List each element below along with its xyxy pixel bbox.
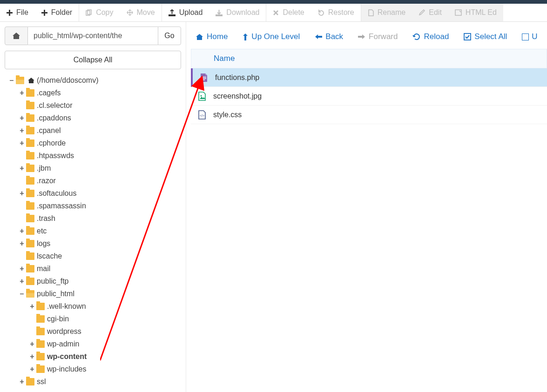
restore-label: Restore <box>328 8 354 17</box>
up-one-level-button[interactable]: Up One Level <box>243 32 300 41</box>
tree-item[interactable]: .htpasswds <box>5 149 181 162</box>
svg-rect-6 <box>202 80 205 80</box>
folder-icon <box>26 252 34 260</box>
rename-label: Rename <box>378 8 405 17</box>
file-row[interactable]: functions.php <box>191 68 547 87</box>
expander-icon[interactable]: + <box>19 265 25 272</box>
tree-item[interactable]: –public_html <box>5 287 181 300</box>
expander-icon[interactable] <box>19 177 25 185</box>
move-label: Move <box>137 8 155 17</box>
tree-item-label: .softaculous <box>37 189 76 198</box>
htmleditor-button[interactable]: HTML Ed <box>448 4 503 21</box>
tree-item-label: etc <box>37 227 47 235</box>
edit-button[interactable]: Edit <box>412 4 448 21</box>
expander-icon[interactable]: + <box>19 227 25 235</box>
expander-icon[interactable] <box>19 152 25 159</box>
tree-item[interactable]: +.cpanel <box>5 124 181 137</box>
expander-icon[interactable]: – <box>19 290 25 298</box>
delete-button[interactable]: Delete <box>266 4 311 21</box>
tree-item-label: .cphorde <box>37 139 66 147</box>
file-row[interactable]: screenshot.jpg <box>191 87 547 106</box>
expander-icon[interactable]: + <box>19 240 25 247</box>
column-name-header[interactable]: Name <box>214 54 235 63</box>
expander-icon[interactable]: + <box>19 89 25 97</box>
htmleditor-label: HTML Ed <box>466 8 497 17</box>
expander-icon[interactable] <box>19 252 25 260</box>
tree-item[interactable]: +.jbm <box>5 162 181 174</box>
sidebar: Go Collapse All –(/home/ddoscomv)+.cagef… <box>0 22 186 392</box>
expander-icon[interactable]: + <box>19 127 25 134</box>
tree-item[interactable]: +wp-content <box>5 350 181 363</box>
home-button[interactable]: Home <box>196 32 228 41</box>
tree-item[interactable]: +public_ftp <box>5 275 181 287</box>
expander-icon[interactable]: + <box>29 353 35 360</box>
move-button[interactable]: Move <box>120 4 162 21</box>
tree-item[interactable]: +.well-known <box>5 300 181 312</box>
new-folder-label: Folder <box>51 8 72 17</box>
expander-icon[interactable]: + <box>19 140 25 147</box>
download-button[interactable]: Download <box>209 4 266 21</box>
new-folder-button[interactable]: Folder <box>35 4 79 21</box>
tree-item[interactable]: +.cpaddons <box>5 112 181 124</box>
copy-button[interactable]: Copy <box>79 4 120 21</box>
expander-icon[interactable] <box>19 202 25 210</box>
folder-tree[interactable]: –(/home/ddoscomv)+.cagefs .cl.selector+.… <box>5 74 181 392</box>
path-row: Go <box>5 27 181 45</box>
tree-item[interactable]: .trash <box>5 212 181 225</box>
path-input[interactable] <box>28 27 158 45</box>
expander-icon[interactable]: + <box>19 165 25 172</box>
tree-item[interactable]: .razor <box>5 174 181 187</box>
folder-icon <box>36 328 45 335</box>
expander-icon[interactable]: + <box>29 303 35 310</box>
tree-item[interactable]: +wp-admin <box>5 338 181 350</box>
folder-icon <box>26 265 34 272</box>
tree-item[interactable]: +.softaculous <box>5 187 181 199</box>
select-all-button[interactable]: Select All <box>464 32 507 41</box>
expander-icon[interactable]: + <box>19 190 25 197</box>
back-button[interactable]: Back <box>315 32 343 41</box>
tree-item[interactable]: +.cphorde <box>5 137 181 149</box>
back-label: Back <box>325 32 343 41</box>
upload-button[interactable]: Upload <box>162 4 209 21</box>
folder-icon <box>26 102 34 109</box>
expander-icon[interactable]: + <box>19 378 25 385</box>
collapse-all-button[interactable]: Collapse All <box>5 51 181 69</box>
expander-icon[interactable]: + <box>19 278 25 285</box>
expander-icon[interactable]: + <box>29 365 35 373</box>
expander-icon[interactable]: + <box>29 340 35 348</box>
tree-root[interactable]: –(/home/ddoscomv) <box>5 74 181 86</box>
forward-button[interactable]: Forward <box>358 32 398 41</box>
home-path-button[interactable] <box>5 27 28 45</box>
expander-icon[interactable] <box>19 215 25 222</box>
tree-item[interactable]: +.cagefs <box>5 86 181 99</box>
expander-icon[interactable] <box>19 102 25 109</box>
tree-item[interactable]: +wp-includes <box>5 363 181 375</box>
tree-item-label: lscache <box>37 252 62 260</box>
tree-item[interactable]: lscache <box>5 250 181 262</box>
tree-item-label: wordpress <box>47 327 81 336</box>
tree-item[interactable]: +etc <box>5 225 181 237</box>
tree-item-label: .cpanel <box>37 126 61 135</box>
go-button[interactable]: Go <box>158 27 181 45</box>
reload-button[interactable]: Reload <box>412 32 449 41</box>
tree-item[interactable]: .cl.selector <box>5 99 181 112</box>
tree-item[interactable]: cgi-bin <box>5 312 181 325</box>
reload-label: Reload <box>424 32 449 41</box>
restore-button[interactable]: Restore <box>311 4 361 21</box>
new-file-button[interactable]: File <box>0 4 35 21</box>
expander-icon[interactable] <box>29 328 35 335</box>
expander-icon[interactable]: – <box>8 77 15 84</box>
rename-button[interactable]: Rename <box>361 4 412 21</box>
expander-icon[interactable]: + <box>19 114 25 122</box>
expander-icon[interactable] <box>29 315 35 323</box>
unselect-all-button[interactable]: U <box>522 32 537 41</box>
home-icon <box>196 33 203 40</box>
window-titlebar <box>0 0 547 4</box>
tree-item[interactable]: wordpress <box>5 325 181 338</box>
tree-item[interactable]: +logs <box>5 237 181 250</box>
arrow-up-icon <box>243 33 248 41</box>
tree-item[interactable]: .spamassassin <box>5 199 181 212</box>
tree-item[interactable]: +ssl <box>5 375 181 388</box>
file-row[interactable]: </>style.css <box>191 106 547 124</box>
tree-item[interactable]: +mail <box>5 262 181 275</box>
